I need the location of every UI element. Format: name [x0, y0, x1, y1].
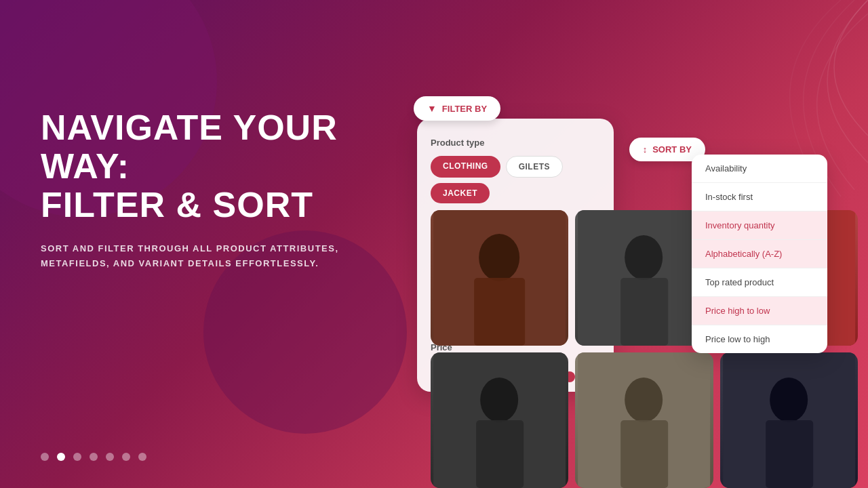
product-image-4 [575, 352, 713, 488]
main-title: NAVIGATE YOUR WAY: FILTER & SORT [41, 108, 380, 225]
product-image-5 [720, 352, 858, 488]
sort-top-rated[interactable]: Top rated product [692, 268, 827, 297]
pagination-dots [41, 453, 146, 461]
dot-5[interactable] [122, 453, 130, 461]
sort-alphabetically[interactable]: Alphabetically (A-Z) [692, 240, 827, 268]
dot-2[interactable] [73, 453, 81, 461]
dot-3[interactable] [90, 453, 98, 461]
sort-inventory-qty[interactable]: Inventory quantity [692, 211, 827, 240]
svg-point-16 [770, 378, 808, 422]
svg-point-10 [480, 378, 518, 422]
filter-by-button[interactable]: ▼ FILTER BY [414, 96, 500, 121]
sort-icon: ↕ [643, 144, 648, 155]
tag-clothing[interactable]: CLOTHING [431, 156, 500, 178]
tag-gilets[interactable]: GILETS [506, 156, 563, 178]
product-card-3[interactable] [431, 352, 568, 488]
sort-availability[interactable]: Availability [692, 155, 827, 183]
svg-rect-2 [474, 278, 525, 346]
svg-rect-17 [766, 420, 813, 488]
product-image-0 [431, 210, 568, 346]
subtitle: SORT AND FILTER THROUGH ALL PRODUCT ATTR… [41, 241, 380, 271]
sort-dropdown: Availability In-stock first Inventory qu… [692, 155, 827, 353]
tag-group: CLOTHING GILETS JACKET [431, 156, 600, 203]
svg-rect-5 [620, 278, 668, 346]
product-image-3 [431, 352, 568, 488]
svg-rect-14 [620, 420, 668, 488]
svg-point-4 [625, 235, 663, 280]
sort-price-low-high[interactable]: Price low to high [692, 325, 827, 353]
dot-6[interactable] [138, 453, 146, 461]
left-section: NAVIGATE YOUR WAY: FILTER & SORT SORT AN… [41, 108, 380, 271]
funnel-icon: ▼ [427, 103, 437, 114]
dot-4[interactable] [106, 453, 114, 461]
product-card-4[interactable] [575, 352, 713, 488]
filter-button-label: FILTER BY [442, 104, 487, 114]
sort-price-high-low[interactable]: Price high to low [692, 297, 827, 325]
sort-in-stock[interactable]: In-stock first [692, 183, 827, 211]
tag-jacket[interactable]: JACKET [431, 183, 490, 203]
product-card-0[interactable] [431, 210, 568, 346]
sort-button-label: SORT BY [652, 144, 692, 155]
product-card-5[interactable] [720, 352, 858, 488]
svg-point-13 [625, 378, 663, 422]
product-type-label: Product type [431, 138, 600, 148]
svg-point-1 [479, 234, 519, 281]
dot-0[interactable] [41, 453, 49, 461]
dot-1[interactable] [57, 453, 65, 461]
svg-rect-11 [476, 420, 524, 488]
